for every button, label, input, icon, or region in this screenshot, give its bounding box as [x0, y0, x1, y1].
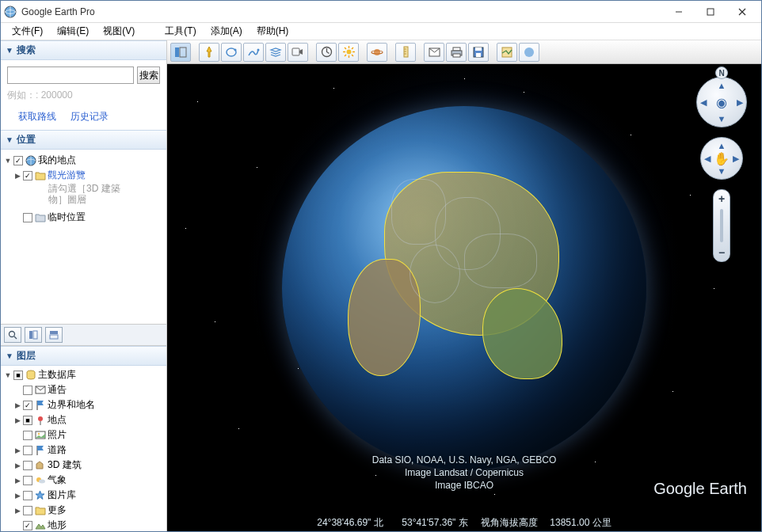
polygon-button[interactable] — [221, 43, 242, 62]
tree-item-temp-places[interactable]: 临时位置 — [2, 210, 165, 225]
view-in-maps-button[interactable] — [497, 43, 517, 62]
history-link[interactable]: 历史记录 — [70, 110, 109, 124]
look-up[interactable]: ▲ — [718, 81, 726, 90]
layer-item-announcements[interactable]: 通告 — [2, 382, 165, 397]
search-input[interactable] — [7, 66, 134, 84]
planet-button[interactable] — [367, 43, 387, 62]
checkbox[interactable] — [23, 386, 32, 395]
print-button[interactable] — [446, 43, 467, 62]
layer-item-photos[interactable]: 照片 — [2, 428, 165, 443]
menu-help[interactable]: 帮助(H) — [250, 23, 295, 40]
layer-item-primary-db[interactable]: ▼■主数据库 — [2, 367, 165, 382]
checkbox[interactable] — [23, 401, 32, 410]
look-left[interactable]: ◀ — [700, 97, 707, 108]
look-down[interactable]: ▼ — [718, 114, 726, 124]
svg-rect-11 — [50, 335, 58, 339]
sunlight-button[interactable] — [338, 43, 359, 62]
minimize-button[interactable] — [663, 3, 695, 21]
expand-icon[interactable]: ▶ — [13, 477, 21, 484]
globe-mode-button[interactable] — [519, 43, 539, 62]
maximize-button[interactable] — [695, 3, 726, 21]
checkbox[interactable]: ■ — [23, 416, 32, 425]
expand-icon[interactable]: ▶ — [13, 172, 21, 180]
menu-edit[interactable]: 编辑(E) — [51, 23, 95, 40]
road-icon — [34, 444, 46, 456]
save-image-button[interactable] — [468, 43, 489, 62]
zoom-control[interactable]: + − — [713, 189, 730, 262]
ruler-button[interactable] — [395, 43, 416, 62]
record-tour-button[interactable] — [288, 43, 308, 62]
pan-down[interactable]: ▼ — [718, 166, 726, 176]
search-button[interactable]: 搜索 — [137, 66, 160, 84]
expand-icon[interactable]: ▶ — [13, 462, 21, 469]
layer-item-places[interactable]: ▶■地点 — [2, 412, 165, 428]
tree-item-sightseeing[interactable]: ▶ 觀光游覽 — [2, 168, 165, 183]
pan-left[interactable]: ◀ — [704, 154, 711, 164]
titlebar: Google Earth Pro — [1, 1, 761, 23]
checkbox[interactable]: ■ — [13, 370, 23, 380]
placemark-button[interactable] — [199, 43, 219, 62]
checkbox[interactable] — [23, 521, 32, 530]
places-panel-header[interactable]: ▼ 位置 — [1, 130, 166, 150]
layer-item-borders[interactable]: ▶边界和地名 — [2, 397, 165, 412]
layer-item-more[interactable]: ▶更多 — [2, 503, 165, 518]
menu-add[interactable]: 添加(A) — [204, 23, 249, 40]
layer-item-gallery[interactable]: ▶图片库 — [2, 488, 165, 503]
menu-tools[interactable]: 工具(T) — [158, 23, 202, 40]
globe-view[interactable]: Data SIO, NOAA, U.S. Navy, NGA, GEBCO Im… — [167, 64, 761, 531]
north-indicator[interactable]: N — [715, 66, 728, 79]
expand-icon[interactable]: ▼ — [4, 157, 12, 165]
zoom-slider[interactable] — [720, 209, 723, 242]
checkbox[interactable] — [23, 506, 32, 515]
expand-icon[interactable]: ▶ — [13, 401, 21, 409]
places-view2-button[interactable] — [45, 327, 63, 343]
close-button[interactable] — [726, 3, 758, 21]
expand-icon[interactable]: ▶ — [13, 416, 21, 424]
checkbox[interactable] — [13, 156, 23, 165]
look-right[interactable]: ▶ — [737, 97, 743, 108]
zoom-out-button[interactable]: − — [714, 244, 730, 261]
email-button[interactable] — [424, 43, 444, 62]
path-button[interactable] — [243, 43, 264, 62]
pan-right[interactable]: ▶ — [733, 154, 739, 164]
expand-icon[interactable]: ▼ — [4, 371, 12, 379]
svg-rect-9 — [33, 331, 37, 339]
places-view1-button[interactable] — [25, 327, 42, 343]
pan-up[interactable]: ▲ — [718, 141, 726, 150]
search-panel-header[interactable]: ▼ 搜索 — [1, 40, 166, 60]
window-title: Google Earth Pro — [21, 6, 663, 17]
menu-file[interactable]: 文件(F) — [6, 23, 49, 40]
checkbox[interactable] — [23, 213, 32, 222]
checkbox[interactable] — [23, 461, 32, 470]
checkbox[interactable] — [23, 446, 32, 455]
checkbox[interactable] — [23, 476, 32, 485]
checkbox[interactable] — [23, 171, 32, 180]
checkbox[interactable] — [23, 491, 32, 500]
zoom-in-button[interactable]: + — [714, 190, 730, 207]
expand-icon[interactable]: ▶ — [13, 492, 21, 500]
get-directions-link[interactable]: 获取路线 — [18, 110, 56, 124]
overlay-button[interactable] — [265, 43, 286, 62]
look-around-control[interactable]: N ▲ ▼ ◀ ▶ ◉ — [696, 77, 747, 127]
globe[interactable] — [282, 106, 646, 470]
checkbox[interactable] — [23, 431, 32, 440]
toolbar — [167, 40, 761, 64]
expand-icon[interactable]: ▶ — [13, 507, 21, 515]
star-icon — [34, 489, 46, 501]
toggle-sidebar-button[interactable] — [170, 43, 191, 62]
tree-item-my-places[interactable]: ▼ 我的地点 — [2, 153, 165, 168]
content-area: Data SIO, NOAA, U.S. Navy, NGA, GEBCO Im… — [167, 40, 761, 531]
app-icon — [4, 6, 17, 18]
layer-item-terrain[interactable]: 地形 — [2, 518, 165, 531]
layer-item-3d-buildings[interactable]: ▶3D 建筑 — [2, 458, 165, 473]
layer-item-roads[interactable]: ▶道路 — [2, 443, 165, 458]
places-search-button[interactable] — [4, 327, 21, 343]
layer-item-weather[interactable]: ▶气象 — [2, 473, 165, 488]
history-button[interactable] — [316, 43, 337, 62]
menu-view[interactable]: 视图(V) — [97, 23, 141, 40]
expand-icon[interactable]: ▶ — [13, 446, 21, 454]
earth-icon — [25, 154, 36, 166]
svg-line-36 — [352, 48, 353, 49]
pan-control[interactable]: ▲ ▼ ◀ ▶ ✋ — [700, 137, 743, 180]
layers-panel-header[interactable]: ▼ 图层 — [1, 346, 166, 366]
